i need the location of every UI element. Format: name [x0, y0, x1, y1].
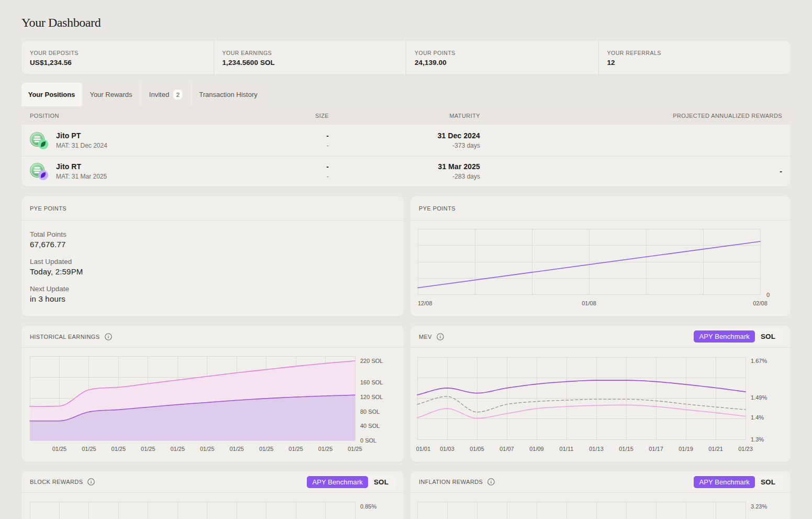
- svg-text:01/05: 01/05: [470, 446, 484, 452]
- tabs: Your Positions Your Rewards Invited 2 Tr…: [21, 83, 265, 106]
- svg-text:01/03: 01/03: [440, 446, 454, 452]
- position-maturity-sub: MAT: 31 Mar 2025: [56, 172, 107, 181]
- svg-text:01/01: 01/01: [416, 446, 431, 452]
- tab-label: Your Positions: [28, 91, 75, 98]
- total-points-value: 67,676.77: [30, 240, 395, 249]
- svg-text:01/13: 01/13: [589, 446, 604, 452]
- svg-text:01/25: 01/25: [288, 446, 303, 452]
- svg-text:01/15: 01/15: [619, 446, 633, 452]
- svg-text:01/19: 01/19: [678, 446, 693, 452]
- stat-referrals: YOUR REFERRALS 12: [598, 41, 791, 74]
- svg-text:01/25: 01/25: [259, 446, 274, 452]
- svg-text:1.3%: 1.3%: [751, 436, 764, 443]
- positions-table: POSITION SIZE MATURITY PROJECTED ANNUALI…: [21, 106, 791, 186]
- svg-text:01/25: 01/25: [318, 446, 333, 452]
- svg-text:01/11: 01/11: [560, 446, 574, 452]
- table-row-jito-rt[interactable]: Jito RT MAT: 31 Mar 2025 - - 31 Mar 2025…: [21, 156, 791, 186]
- maturity-days: -373 days: [329, 141, 480, 150]
- inflation-rewards-chart: 3.23%: [410, 471, 791, 519]
- table-row-jito-pt[interactable]: Jito PT MAT: 31 Dec 2024 - - 31 Dec 2024…: [21, 125, 791, 156]
- tab-label: Invited: [149, 91, 169, 98]
- mev-chart: 01/0101/0301/0501/0701/0901/1101/1301/15…: [410, 326, 791, 462]
- svg-text:12/08: 12/08: [418, 300, 432, 306]
- stat-label: YOUR EARNINGS: [223, 50, 398, 57]
- svg-text:02/08: 02/08: [753, 300, 767, 306]
- svg-text:160 SOL: 160 SOL: [360, 379, 383, 385]
- svg-text:1.67%: 1.67%: [751, 358, 767, 364]
- pye-points-chart-card: PYE POINTS 12/0801/0802/080: [410, 196, 791, 316]
- svg-text:120 SOL: 120 SOL: [360, 394, 383, 400]
- last-updated-label: Last Updated: [30, 257, 395, 266]
- stat-label: YOUR REFERRALS: [607, 50, 783, 57]
- block-rewards-chart: 0.85%: [21, 471, 404, 519]
- next-update-label: Next Update: [30, 284, 395, 293]
- jito-pt-token-icon: [30, 132, 49, 150]
- col-size: SIZE: [229, 113, 329, 119]
- inflation-rewards-card: INFLATION REWARDS APY Benchmark SOL 3.23…: [410, 471, 791, 519]
- tab-invited[interactable]: Invited 2: [140, 83, 191, 106]
- stat-earnings: YOUR EARNINGS 1,234.5600 SOL: [214, 41, 406, 74]
- tab-label: Transaction History: [199, 91, 258, 98]
- svg-text:220 SOL: 220 SOL: [360, 358, 383, 364]
- tab-label: Your Rewards: [90, 91, 132, 98]
- svg-text:01/09: 01/09: [529, 446, 544, 452]
- svg-text:80 SOL: 80 SOL: [360, 408, 380, 415]
- jito-rt-token-icon: [30, 163, 49, 181]
- tab-your-rewards[interactable]: Your Rewards: [82, 83, 140, 106]
- svg-text:01/25: 01/25: [200, 446, 215, 452]
- table-header: POSITION SIZE MATURITY PROJECTED ANNUALI…: [21, 106, 791, 125]
- projected-rewards-value: -: [480, 167, 782, 176]
- svg-text:0.85%: 0.85%: [360, 503, 376, 510]
- last-updated-value: Today, 2:59PM: [30, 267, 395, 277]
- position-name: Jito RT: [56, 162, 107, 171]
- stat-points: YOUR POINTS 24,139.00: [406, 41, 598, 74]
- historical-earnings-chart: 01/2501/2501/2501/2501/2501/2501/2501/25…: [21, 326, 404, 462]
- col-projected-annualized-rewards: PROJECTED ANNUALIZED REWARDS: [480, 113, 782, 119]
- mev-card: MEV APY Benchmark SOL 01/0101/0301/0501/…: [410, 326, 791, 462]
- svg-text:0 SOL: 0 SOL: [360, 437, 376, 444]
- invited-count-badge: 2: [173, 90, 182, 100]
- svg-text:01/25: 01/25: [82, 446, 96, 452]
- historical-earnings-card: HISTORICAL EARNINGS 01/2501/2501/2501/25…: [21, 326, 404, 462]
- svg-text:40 SOL: 40 SOL: [360, 423, 380, 429]
- size-sub-value: -: [229, 172, 329, 181]
- svg-text:0: 0: [766, 292, 770, 298]
- svg-text:1.49%: 1.49%: [751, 394, 767, 401]
- tab-transaction-history[interactable]: Transaction History: [191, 83, 265, 106]
- svg-text:01/17: 01/17: [649, 446, 663, 452]
- size-value: -: [229, 131, 329, 140]
- size-value: -: [229, 162, 329, 171]
- pye-points-summary-card: PYE POINTS Total Points 67,676.77 Last U…: [21, 196, 404, 316]
- next-update-value: in 3 hours: [30, 294, 395, 304]
- card-title: PYE POINTS: [30, 205, 66, 212]
- maturity-date: 31 Mar 2025: [329, 162, 480, 171]
- svg-text:1.4%: 1.4%: [751, 414, 764, 421]
- svg-text:01/25: 01/25: [52, 446, 67, 452]
- total-points-label: Total Points: [30, 230, 395, 239]
- pye-points-chart: 12/0801/0802/080: [410, 196, 791, 316]
- position-maturity-sub: MAT: 31 Dec 2024: [56, 141, 107, 150]
- svg-text:01/07: 01/07: [499, 446, 514, 452]
- svg-text:01/08: 01/08: [582, 300, 596, 306]
- stat-value: 12: [607, 58, 783, 67]
- position-name: Jito PT: [56, 131, 107, 140]
- svg-text:3.23%: 3.23%: [751, 503, 767, 510]
- page-title: Your Dashboard: [21, 16, 101, 30]
- stat-label: YOUR POINTS: [415, 50, 590, 57]
- svg-text:01/21: 01/21: [708, 446, 723, 452]
- stat-value: 1,234.5600 SOL: [223, 58, 398, 67]
- svg-text:01/25: 01/25: [112, 446, 126, 452]
- svg-text:01/25: 01/25: [348, 446, 362, 452]
- svg-text:01/25: 01/25: [229, 446, 244, 452]
- stat-value: 24,139.00: [415, 58, 590, 67]
- tab-your-positions[interactable]: Your Positions: [21, 83, 82, 106]
- svg-text:01/25: 01/25: [170, 446, 185, 452]
- stats-strip: YOUR DEPOSITS US$1,234.56 YOUR EARNINGS …: [21, 41, 791, 74]
- svg-text:01/25: 01/25: [141, 446, 155, 452]
- block-rewards-card: BLOCK REWARDS APY Benchmark SOL 0.85%: [21, 471, 404, 519]
- stat-label: YOUR DEPOSITS: [30, 50, 205, 57]
- stat-value: US$1,234.56: [30, 58, 205, 67]
- col-position: POSITION: [30, 113, 229, 119]
- maturity-date: 31 Dec 2024: [329, 131, 480, 140]
- stat-deposits: YOUR DEPOSITS US$1,234.56: [21, 41, 214, 74]
